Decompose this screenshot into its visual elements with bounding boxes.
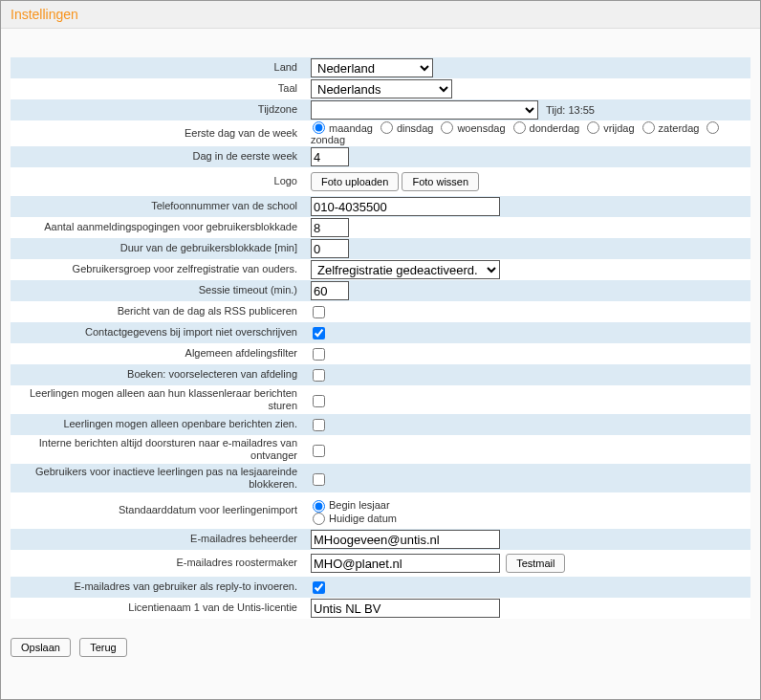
label-interne-doorsturen: Interne berichten altijd doorsturen naar… xyxy=(11,437,307,462)
radio-zaterdag[interactable] xyxy=(642,121,655,134)
label-email-roostermaker: E-mailadres roostermaker xyxy=(11,557,307,569)
label-standaarddatum: Standaarddatum voor leerlingenimport xyxy=(11,504,307,516)
select-land[interactable]: Nederland xyxy=(311,58,433,77)
select-zelfregistratie[interactable]: Zelfregistratie gedeactiveerd. xyxy=(311,260,500,279)
label-inactieve-blokkeren: Gebruikers voor inactieve leerlingen pas… xyxy=(11,466,307,491)
radio-label-zondag: zondag xyxy=(311,134,345,145)
radio-zondag[interactable] xyxy=(707,121,719,134)
radio-woensdag[interactable] xyxy=(441,121,453,134)
radio-label-woensdag: woensdag xyxy=(457,122,505,134)
label-zelfregistratie: Gebruikersgroep voor zelfregistratie van… xyxy=(11,263,307,275)
checkbox-leerling-klassenleraar[interactable] xyxy=(313,395,325,407)
checkbox-interne-doorsturen[interactable] xyxy=(313,445,325,457)
checkbox-inactieve-blokkeren[interactable] xyxy=(313,473,325,486)
radio-label-donderdag: donderdag xyxy=(530,122,580,134)
select-tijdzone[interactable] xyxy=(311,100,538,120)
label-eerste-dag: Eerste dag van de week xyxy=(11,127,307,140)
input-email-beheerder[interactable] xyxy=(311,530,500,549)
radio-donderdag[interactable] xyxy=(513,121,526,134)
foto-wissen-button[interactable]: Foto wissen xyxy=(402,172,479,191)
foto-upload-button[interactable]: Foto uploaden xyxy=(311,172,399,191)
page-title: Instellingen xyxy=(11,7,78,22)
radio-label-begin: Begin lesjaar xyxy=(329,499,390,511)
input-aanmeldpogingen[interactable] xyxy=(311,218,349,237)
checkbox-boeken-voorselect[interactable] xyxy=(313,369,325,382)
input-dag-eerste-week[interactable] xyxy=(311,147,349,166)
label-taal: Taal xyxy=(11,82,307,95)
select-taal[interactable]: Nederlands xyxy=(311,79,452,98)
label-blokkade-duur: Duur van de gebruikersblokkade [min] xyxy=(11,242,307,254)
label-leerling-klassenleraar: Leerlingen mogen alleen aan hun klassenl… xyxy=(11,387,307,412)
label-logo: Logo xyxy=(11,175,307,187)
terug-button[interactable]: Terug xyxy=(79,638,127,657)
checkbox-contact-import[interactable] xyxy=(313,327,325,339)
radio-maandag[interactable] xyxy=(313,121,325,134)
checkbox-email-replyto[interactable] xyxy=(313,581,325,594)
label-land: Land xyxy=(11,61,307,74)
label-rss: Bericht van de dag als RSS publiceren xyxy=(11,305,307,317)
checkbox-leerling-openbaar[interactable] xyxy=(313,419,325,431)
opslaan-button[interactable]: Opslaan xyxy=(11,638,71,657)
label-email-beheerder: E-mailadres beheerder xyxy=(11,533,307,545)
label-leerling-openbaar: Leerlingen mogen alleen openbare bericht… xyxy=(11,418,307,430)
radio-dinsdag[interactable] xyxy=(380,121,393,134)
radio-label-zaterdag: zaterdag xyxy=(659,122,700,134)
radio-begin-lesjaar[interactable] xyxy=(313,500,325,513)
label-boeken-voorselect: Boeken: voorselecteren van afdeling xyxy=(11,368,307,381)
radio-label-dinsdag: dinsdag xyxy=(397,122,434,134)
label-licentienaam: Licentienaam 1 van de Untis-licentie xyxy=(11,602,307,614)
checkbox-rss[interactable] xyxy=(313,306,325,318)
label-sessie-timeout: Sessie timeout (min.) xyxy=(11,284,307,296)
input-sessie-timeout[interactable] xyxy=(311,281,349,300)
input-licentienaam[interactable] xyxy=(311,599,500,618)
radio-label-maandag: maandag xyxy=(329,122,373,134)
input-telefoon[interactable] xyxy=(311,197,500,216)
radio-label-huidig: Huidige datum xyxy=(329,513,397,524)
label-afdelingsfilter: Algemeen afdelingsfilter xyxy=(11,347,307,360)
label-email-replyto: E-mailadres van gebruiker als reply-to i… xyxy=(11,580,307,593)
checkbox-afdelingsfilter[interactable] xyxy=(313,348,325,361)
label-tijdzone: Tijdzone xyxy=(11,103,307,116)
testmail-button[interactable]: Testmail xyxy=(506,554,565,573)
input-blokkade-duur[interactable] xyxy=(311,239,349,258)
radio-label-vrijdag: vrijdag xyxy=(603,122,634,134)
radio-vrijdag[interactable] xyxy=(587,121,599,134)
label-aanmeldpogingen: Aantal aanmeldingspogingen voor gebruike… xyxy=(11,221,307,233)
time-display: Tijd: 13:55 xyxy=(546,104,595,116)
input-email-roostermaker[interactable] xyxy=(311,554,500,573)
label-telefoon: Telefoonnummer van de school xyxy=(11,200,307,212)
label-dag-eerste-week: Dag in de eerste week xyxy=(11,150,307,163)
radio-huidige-datum[interactable] xyxy=(313,513,325,525)
label-contact-import: Contactgegevens bij import niet overschr… xyxy=(11,326,307,339)
